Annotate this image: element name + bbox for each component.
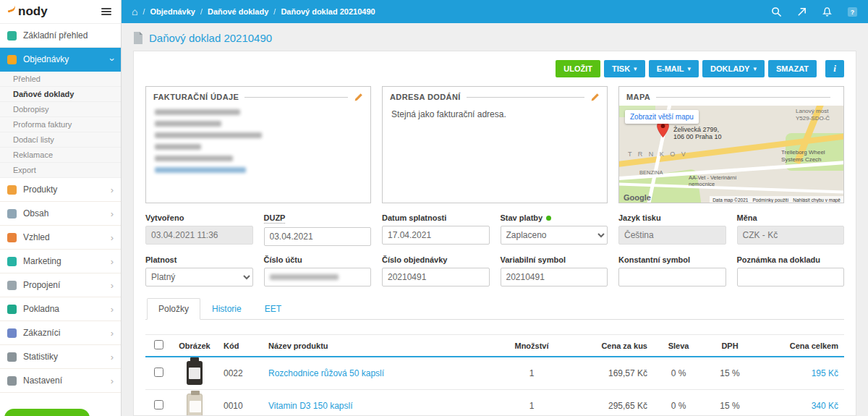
dark-bottle	[187, 361, 203, 385]
tabs: PoložkyHistorieEET	[145, 298, 844, 320]
content: Daňový doklad 20210490 ULOŽITTISK▾E-MAIL…	[122, 23, 868, 416]
sidebar-item-zakaznici[interactable]: Zákazníci ›	[0, 321, 121, 345]
integrations-icon	[7, 281, 17, 290]
light-bottle	[187, 394, 203, 416]
sidebar-item-obsah[interactable]: Obsah ›	[0, 202, 121, 226]
map-copyright: Data map ©2021	[712, 198, 748, 203]
menu-toggle-icon[interactable]	[99, 6, 114, 17]
breadcrumb-item[interactable]: Daňový doklad 20210490	[281, 7, 375, 16]
field-input-duzp[interactable]	[264, 227, 372, 246]
chevron-right-icon: ›	[111, 232, 114, 243]
sidebar-item-nastaveni[interactable]: Nastavení ›	[0, 369, 121, 393]
external-link-icon[interactable]	[796, 7, 807, 17]
info-button[interactable]: i	[825, 60, 844, 77]
field-input-account-number[interactable]	[264, 268, 372, 286]
map-report-link[interactable]: Nahlásit chybu v mapě	[793, 198, 841, 203]
sidebar-subitem-danove-doklady[interactable]: Daňové doklady	[0, 87, 121, 102]
row-checkbox[interactable]	[154, 400, 163, 409]
sidebar-subitem-proforma-faktury[interactable]: Proforma faktury	[0, 117, 121, 132]
sidebar-item-vzhled[interactable]: Vzhled ›	[0, 226, 121, 250]
larger-map-link[interactable]: Zobrazit větší mapu	[625, 110, 699, 124]
select-all-checkbox[interactable]	[154, 340, 163, 349]
toolbar-buttons: ULOŽITTISK▾E-MAIL▾DOKLADY▾SMAZAT	[556, 60, 817, 77]
edit-shipping-icon[interactable]	[590, 93, 600, 102]
sidebar-subitem-dodaci-listy[interactable]: Dodací listy	[0, 132, 121, 148]
dashboard-icon	[7, 31, 17, 41]
field-input-print-language	[618, 226, 726, 245]
tab-historie[interactable]: Historie	[200, 298, 253, 320]
map-terms-link[interactable]: Podmínky použití	[752, 198, 788, 203]
field-input-constant-symbol[interactable]	[618, 268, 726, 286]
vat-rate: 15 %	[704, 357, 756, 389]
product-link[interactable]: Vitamin D3 150 kapslí	[268, 401, 353, 411]
logo[interactable]: nody	[7, 4, 48, 19]
map-panel: MAPA Lanový most Y529-SD	[618, 86, 844, 203]
chevron-right-icon: ›	[106, 58, 117, 61]
field-input-validity[interactable]: Platný	[145, 268, 253, 286]
svg-text:?: ?	[851, 8, 854, 15]
shipping-panel: ADRESA DODÁNÍ Stejná jako fakturační adr…	[382, 86, 608, 203]
field-label: Jazyk tisku	[618, 213, 726, 222]
topbar-icons: ?	[771, 7, 858, 17]
documents-button[interactable]: DOKLADY▾	[702, 60, 765, 77]
unit-price: 295,65 Kč	[572, 389, 653, 416]
tab-eet[interactable]: EET	[253, 298, 293, 320]
field-variable-symbol: Variabilní symbol	[501, 255, 608, 286]
logo-text: nody	[18, 4, 48, 19]
search-icon[interactable]	[771, 7, 782, 17]
sidebar-item-statistiky[interactable]: Statistiky ›	[0, 345, 121, 369]
total-price-link[interactable]: 340 Kč	[812, 401, 838, 411]
appearance-icon	[7, 233, 17, 242]
column-header: Množství	[491, 335, 572, 357]
sidebar-item-objednavky[interactable]: Objednávky ›	[0, 48, 121, 72]
sidebar-item-pokladna[interactable]: Pokladna ›	[0, 297, 121, 321]
table-row: 0010 Vitamin D3 150 kapslí 1 295,65 Kč 0…	[145, 389, 844, 416]
sidebar-nav: Základní přehled › Objednávky › Přehled …	[0, 24, 121, 393]
sidebar-subitem-export[interactable]: Export	[0, 163, 121, 178]
notifications-bell-icon[interactable]	[822, 7, 833, 17]
google-logo[interactable]: Google	[624, 193, 651, 202]
save-button[interactable]: ULOŽIT	[556, 60, 600, 77]
sidebar-item-marketing[interactable]: Marketing ›	[0, 250, 121, 273]
sidebar-subitem-prehled[interactable]: Přehled	[0, 72, 121, 87]
home-icon[interactable]: ⌂	[132, 6, 137, 17]
caret-down-icon: ▾	[688, 65, 692, 72]
delete-button[interactable]: SMAZAT	[768, 60, 817, 77]
chevron-right-icon: ›	[111, 208, 114, 219]
blurred-text-line	[155, 109, 240, 115]
total-price-link[interactable]: 195 Kč	[812, 368, 838, 378]
product-link[interactable]: Rozchodnice růžová 50 kapslí	[268, 368, 384, 378]
help-icon[interactable]: ?	[847, 7, 858, 17]
edit-billing-icon[interactable]	[354, 93, 363, 102]
sidebar-item-propojeni[interactable]: Propojení ›	[0, 273, 121, 297]
print-button[interactable]: TISK▾	[604, 60, 645, 77]
email-button[interactable]: E-MAIL▾	[649, 60, 699, 77]
field-currency: Měna	[737, 213, 845, 246]
field-input-variable-symbol[interactable]	[501, 268, 608, 286]
help-chat-button[interactable]	[4, 409, 90, 416]
product-code: 0010	[218, 389, 263, 416]
google-map[interactable]: Lanový most Y529-SDO-Č T R N K O V BENZI…	[619, 106, 843, 203]
tab-polozky[interactable]: Položky	[147, 298, 200, 320]
field-label: Měna	[737, 213, 845, 222]
field-input-order-number[interactable]	[382, 268, 490, 286]
sidebar-item-produkty[interactable]: Produkty ›	[0, 178, 121, 202]
divider	[467, 97, 584, 98]
row-checkbox[interactable]	[154, 368, 163, 377]
map-attribution: Data map ©2021 Podmínky použití Nahlásit…	[710, 196, 843, 203]
column-header: Sleva	[653, 335, 704, 357]
sidebar-header: nody	[0, 0, 121, 24]
field-input-payment-status[interactable]: Zaplaceno	[501, 226, 608, 245]
field-input-due-date[interactable]	[382, 226, 490, 245]
logo-swoosh-icon	[7, 5, 17, 12]
breadcrumb-item[interactable]: Daňové doklady	[208, 7, 268, 16]
breadcrumb-item[interactable]: Objednávky	[150, 7, 195, 16]
field-print-language: Jazyk tisku	[618, 213, 726, 246]
sidebar-subitem-reklamace[interactable]: Reklamace	[0, 148, 121, 163]
field-input-invoice-note[interactable]	[737, 268, 845, 286]
field-input-created	[145, 226, 253, 245]
blurred-text-line	[155, 144, 201, 150]
blurred-value	[270, 274, 339, 280]
sidebar-subitem-dobropisy[interactable]: Dobropisy	[0, 102, 121, 117]
sidebar-item-zakladni-prehled[interactable]: Základní přehled ›	[0, 24, 121, 48]
